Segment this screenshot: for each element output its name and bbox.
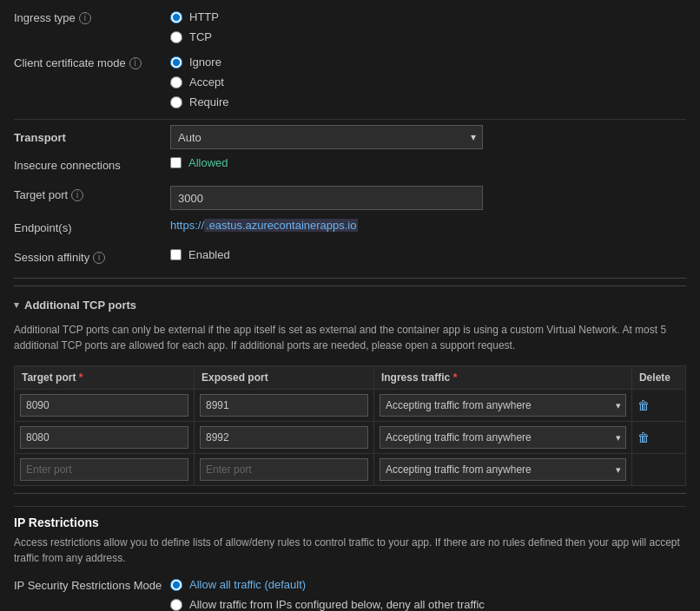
- col-header-ingress-traffic: Ingress traffic *: [373, 366, 631, 390]
- insecure-connections-checkbox[interactable]: [170, 157, 182, 168]
- exposed-port-input-1[interactable]: [200, 394, 368, 417]
- section-divider-3: [14, 493, 686, 494]
- cert-accept-radio[interactable]: [170, 76, 182, 89]
- session-affinity-info-icon[interactable]: i: [93, 252, 105, 264]
- ip-mode-row: IP Security Restrictions Mode Allow all …: [14, 576, 686, 611]
- tcp-ports-header[interactable]: ▾ Additional TCP ports: [14, 293, 686, 317]
- cert-require-option[interactable]: Require: [170, 94, 686, 110]
- ip-restrictions-section: IP Restrictions Access restrictions allo…: [14, 506, 686, 611]
- ip-allow-all-label: Allow all traffic (default): [189, 578, 306, 591]
- section-divider-2: [14, 278, 686, 279]
- table-row-empty: Accepting traffic from anywhere Limited …: [15, 454, 686, 486]
- session-affinity-checkbox-group: Enabled: [170, 248, 230, 261]
- session-affinity-enabled-label: Enabled: [188, 248, 230, 261]
- ingress-http-option[interactable]: HTTP: [170, 9, 686, 25]
- ingress-tcp-option[interactable]: TCP: [170, 29, 686, 45]
- ingress-tcp-radio[interactable]: [170, 31, 182, 43]
- endpoint-url-prefix: https://: [170, 219, 204, 232]
- insecure-connections-row: Insecure connections Allowed: [14, 156, 686, 177]
- delete-icon-2[interactable]: 🗑: [637, 430, 650, 444]
- tcp-ports-chevron-icon: ▾: [14, 299, 19, 311]
- endpoint-url-suffix: .eastus.azurecontainerapps.io: [204, 219, 358, 232]
- session-affinity-checkbox[interactable]: [170, 249, 182, 260]
- table-row: Accepting traffic from anywhere Limited …: [15, 390, 686, 422]
- tcp-ports-section: ▾ Additional TCP ports Additional TCP po…: [14, 286, 686, 486]
- target-port-row: Target port i: [14, 186, 686, 210]
- ip-restrictions-description: Access restrictions allow you to define …: [14, 535, 686, 566]
- cert-ignore-option[interactable]: Ignore: [170, 54, 686, 70]
- cert-ignore-label: Ignore: [189, 56, 221, 69]
- cert-accept-option[interactable]: Accept: [170, 74, 686, 90]
- traffic-select-2[interactable]: Accepting traffic from anywhere Limited …: [380, 426, 626, 449]
- ingress-tcp-label: TCP: [189, 30, 212, 43]
- client-cert-info-icon[interactable]: i: [129, 57, 142, 69]
- endpoints-row: Endpoint(s) https://.eastus.azurecontain…: [14, 219, 686, 240]
- section-divider-1: [14, 119, 686, 120]
- transport-row: Transport Auto HTTP/1 HTTP/2 GRPC: [14, 125, 686, 149]
- ip-allow-configured-label: Allow traffic from IPs configured below,…: [189, 598, 485, 611]
- cert-ignore-radio[interactable]: [170, 56, 182, 69]
- tcp-ports-header-label: Additional TCP ports: [24, 299, 136, 312]
- endpoints-content: https://.eastus.azurecontainerapps.io: [170, 219, 358, 232]
- ingress-type-label: Ingress type i: [14, 9, 170, 24]
- client-cert-text: Client certificate mode: [14, 56, 126, 69]
- client-cert-row: Client certificate mode i Ignore Accept …: [14, 54, 686, 110]
- session-affinity-row: Session affinity i Enabled: [14, 248, 686, 269]
- traffic-select-1[interactable]: Accepting traffic from anywhere Limited …: [380, 394, 626, 417]
- target-port-input-1[interactable]: [20, 394, 188, 417]
- ip-mode-label: IP Security Restrictions Mode: [14, 576, 170, 592]
- ip-allow-configured-radio[interactable]: [170, 599, 182, 611]
- client-cert-label: Client certificate mode i: [14, 54, 170, 69]
- session-affinity-label-wrap: Session affinity i: [14, 248, 170, 264]
- cert-require-label: Require: [189, 95, 229, 108]
- insecure-connections-allowed-label: Allowed: [188, 156, 228, 169]
- ip-mode-options: Allow all traffic (default) Allow traffi…: [170, 576, 686, 611]
- insecure-connections-checkbox-group: Allowed: [170, 156, 228, 169]
- endpoints-label: Endpoint(s): [14, 219, 170, 234]
- client-cert-options: Ignore Accept Require: [170, 54, 686, 110]
- ip-allow-all-radio[interactable]: [170, 579, 182, 591]
- col-header-target-port: Target port *: [15, 366, 195, 390]
- ingress-type-text: Ingress type: [14, 11, 76, 24]
- ingress-type-options: HTTP TCP: [170, 9, 686, 45]
- target-port-input[interactable]: [170, 186, 483, 210]
- ip-allow-configured-option[interactable]: Allow traffic from IPs configured below,…: [170, 596, 686, 611]
- table-row: Accepting traffic from anywhere Limited …: [15, 422, 686, 454]
- delete-icon-1[interactable]: 🗑: [637, 398, 650, 412]
- transport-dropdown-wrapper: Auto HTTP/1 HTTP/2 GRPC: [170, 125, 483, 149]
- ip-restrictions-title: IP Restrictions: [14, 516, 686, 529]
- target-port-label-wrap: Target port i: [14, 186, 170, 201]
- exposed-port-input-2[interactable]: [200, 426, 368, 449]
- ingress-type-info-icon[interactable]: i: [79, 12, 91, 24]
- ip-allow-all-option[interactable]: Allow all traffic (default): [170, 576, 686, 593]
- target-port-input-2[interactable]: [20, 426, 188, 449]
- col-header-delete: Delete: [631, 366, 685, 390]
- col-header-exposed-port: Exposed port: [194, 366, 373, 390]
- ingress-http-label: HTTP: [189, 10, 219, 23]
- exposed-port-input-empty[interactable]: [200, 458, 368, 481]
- transport-select[interactable]: Auto HTTP/1 HTTP/2 GRPC: [170, 125, 483, 149]
- cert-accept-label: Accept: [189, 76, 224, 89]
- insecure-connections-label: Insecure connections: [14, 156, 170, 172]
- cert-require-radio[interactable]: [170, 96, 182, 108]
- session-affinity-label: Session affinity: [14, 251, 89, 264]
- target-port-info-icon[interactable]: i: [71, 189, 83, 201]
- target-port-input-empty[interactable]: [20, 458, 188, 481]
- tcp-ports-description: Additional TCP ports can only be externa…: [14, 322, 686, 353]
- ingress-http-radio[interactable]: [170, 11, 182, 23]
- target-port-label: Target port: [14, 188, 68, 201]
- transport-label: Transport: [14, 131, 170, 144]
- traffic-select-empty[interactable]: Accepting traffic from anywhere Limited …: [380, 458, 626, 481]
- ingress-type-row: Ingress type i HTTP TCP: [14, 9, 686, 45]
- endpoint-link[interactable]: https://.eastus.azurecontainerapps.io: [170, 219, 358, 232]
- ports-table: Target port * Exposed port Ingress traff…: [14, 365, 686, 486]
